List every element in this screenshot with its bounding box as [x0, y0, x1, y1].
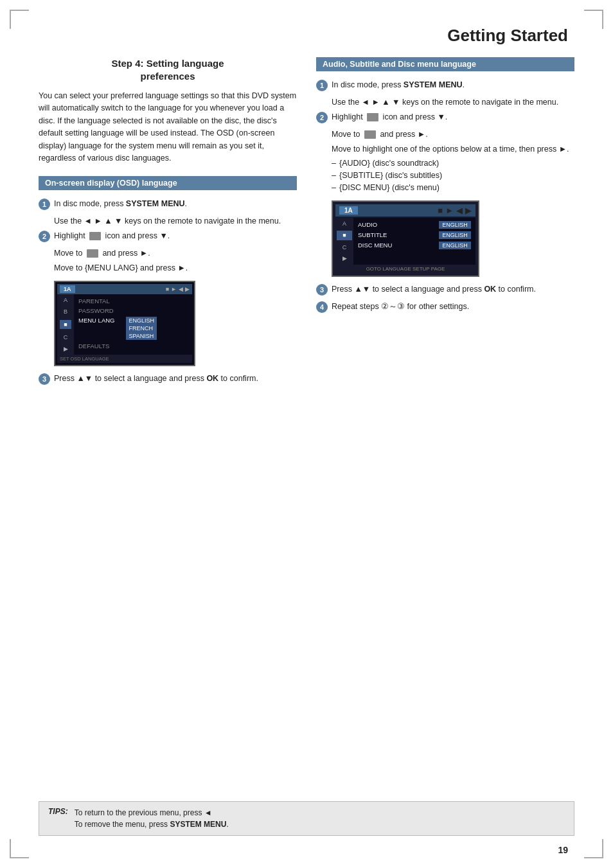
- bullet-audio: {AUDIO} (disc's soundtrack): [332, 157, 574, 170]
- sidebar-item-3: ▶: [342, 255, 347, 262]
- disc-screen-header: 1A ■ ► ◀ ▶: [335, 204, 475, 217]
- right-step-4-content: Repeat steps ②～③ for other settings.: [332, 301, 574, 313]
- left-step-3-content: Press ▲▼ to select a language and press …: [54, 373, 297, 385]
- sidebar-item-1: A: [342, 220, 346, 227]
- icon-placeholder-right2: [364, 130, 376, 139]
- osd-row-parental-label: PARENTAL: [78, 297, 110, 305]
- right-step-4-num: 4: [316, 301, 328, 313]
- corner-mark-bl: [10, 839, 29, 858]
- osd-icon-2: ►: [171, 286, 177, 292]
- right-step-3: 3 Press ▲▼ to select a language and pres…: [316, 283, 574, 296]
- left-step-2-content: Highlight icon and press ▼.: [54, 230, 297, 242]
- osd-header-icons: ■ ► ◀ ▶: [166, 286, 190, 292]
- intro-text: You can select your preferred language s…: [39, 90, 297, 164]
- left-column: Step 4: Setting language preferences You…: [39, 57, 297, 390]
- osd-screen-mockup: 1A ■ ► ◀ ▶ A B ■ C ▶: [54, 281, 195, 366]
- disc-icon-3: ◀: [456, 206, 463, 215]
- corner-mark-tl: [10, 10, 29, 29]
- osd-row-defaults: DEFAULTS: [77, 341, 189, 351]
- left-step-1: 1 In disc mode, press SYSTEM MENU.: [39, 198, 297, 210]
- osd-tab: 1A: [60, 285, 75, 293]
- osd-sidebar-icon-4: C: [64, 334, 68, 341]
- disc-icon-1: ■: [438, 206, 443, 215]
- tips-label: TIPS:: [48, 807, 68, 830]
- left-step-1-num: 1: [39, 199, 50, 210]
- left-step-1-content: In disc mode, press SYSTEM MENU.: [54, 198, 297, 210]
- left-step-2: 2 Highlight icon and press ▼.: [39, 230, 297, 242]
- disc-screen-body: A ■ C ▶ AUDIO ENGLISH SUBTITLE ENGLISH: [335, 218, 475, 265]
- left-step-2-num: 2: [39, 231, 50, 242]
- osd-body: A B ■ C ▶ PARENTAL PASSWORD: [57, 294, 192, 355]
- page-wrapper: Getting Started Step 4: Setting language…: [0, 0, 613, 868]
- left-section-heading: Step 4: Setting language preferences: [39, 57, 297, 82]
- right-step-1-sub: Use the ◄ ► ▲ ▼ keys on the remote to na…: [332, 96, 574, 109]
- osd-submenu: ENGLISH FRENCH SPANISH: [120, 317, 157, 340]
- right-step-1-content: In disc mode, press SYSTEM MENU.: [332, 79, 574, 91]
- left-step-2-move1: Move to and press ►.: [54, 247, 297, 260]
- disc-screen-list: AUDIO ENGLISH SUBTITLE ENGLISH DISC MENU…: [353, 218, 475, 265]
- right-step-2-num: 2: [316, 112, 328, 123]
- osd-sidebar-icon-5: ▶: [64, 346, 68, 352]
- osd-menu-list: PARENTAL PASSWORD MENU LANG ENGLISH FREN…: [74, 294, 192, 355]
- bullet-list: {AUDIO} (disc's soundtrack) {SUBTITLE} (…: [332, 157, 574, 193]
- corner-mark-br: [584, 839, 603, 858]
- osd-sub-english: ENGLISH: [126, 317, 157, 324]
- left-step-3-num: 3: [39, 373, 50, 385]
- disc-row-discmenu: DISC MENU ENGLISH: [356, 240, 473, 251]
- osd-sidebar-icon-1: A: [64, 297, 67, 303]
- icon-placeholder-left2: [87, 249, 98, 258]
- right-step-3-num: 3: [316, 284, 328, 296]
- osd-row-password-label: PASSWORD: [78, 307, 114, 314]
- right-step-2-move1: Move to and press ►.: [332, 128, 574, 141]
- tips-bar: TIPS: To return to the previous menu, pr…: [39, 801, 574, 836]
- right-step-2-content: Highlight icon and press ▼.: [332, 111, 574, 123]
- osd-icon-1: ■: [166, 286, 169, 292]
- icon-placeholder-right: [367, 113, 378, 121]
- osd-footer: SET OSD LANGUAGE: [57, 355, 192, 363]
- page-number: 19: [558, 845, 568, 855]
- left-step-3: 3 Press ▲▼ to select a language and pres…: [39, 373, 297, 385]
- icon-placeholder-left: [89, 232, 101, 240]
- osd-row-password: PASSWORD: [77, 306, 189, 315]
- osd-sub-french: FRENCH: [126, 324, 157, 332]
- disc-screen-icons: ■ ► ◀ ▶: [438, 206, 472, 215]
- right-step-2: 2 Highlight icon and press ▼.: [316, 111, 574, 123]
- osd-icon-4: ▶: [185, 286, 190, 292]
- bullet-discmenu: {DISC MENU} (disc's menu): [332, 182, 574, 194]
- osd-screen-header: 1A ■ ► ◀ ▶: [57, 284, 192, 294]
- sidebar-item-active: ■: [337, 231, 352, 240]
- right-step-1: 1 In disc mode, press SYSTEM MENU.: [316, 79, 574, 91]
- disc-icon-4: ▶: [465, 206, 472, 215]
- page-title: Getting Started: [39, 26, 574, 46]
- corner-mark-tr: [584, 10, 603, 29]
- osd-sidebar-icon-2: B: [64, 308, 67, 315]
- bullet-subtitle: {SUBTITLE} (disc's subtitles): [332, 170, 574, 182]
- disc-screen-tab: 1A: [339, 206, 358, 215]
- right-step-2-move2: Move to highlight one of the options bel…: [332, 143, 574, 155]
- right-step-4: 4 Repeat steps ②～③ for other settings.: [316, 301, 574, 313]
- content-columns: Step 4: Setting language preferences You…: [39, 57, 574, 390]
- disc-screen-mockup: 1A ■ ► ◀ ▶ A ■ C ▶: [332, 200, 479, 277]
- osd-row-menulang-label: MENU LANG: [78, 317, 114, 340]
- tips-content: To return to the previous menu, press ◄ …: [75, 807, 229, 830]
- right-column: Audio, Subtitle and Disc menu language 1…: [316, 57, 574, 318]
- disc-row-audio: AUDIO ENGLISH: [356, 220, 473, 230]
- left-step-1-sub: Use the ◄ ► ▲ ▼ keys on the remote to na…: [54, 215, 297, 227]
- right-step-1-num: 1: [316, 80, 328, 91]
- osd-row-parental: PARENTAL: [77, 296, 189, 306]
- sidebar-item-2: C: [342, 244, 347, 251]
- osd-row-menulang: MENU LANG ENGLISH FRENCH SPANISH: [77, 315, 189, 341]
- disc-screen-footer: GOTO LANGUAGE SETUP PAGE: [335, 265, 475, 273]
- osd-sidebar-icon-3-active: ■: [60, 320, 71, 329]
- osd-sub-spanish: SPANISH: [126, 332, 157, 340]
- tips-line2: To remove the menu, press SYSTEM MENU.: [75, 820, 229, 829]
- left-step-2-move2: Move to {MENU LANG} and press ►.: [54, 262, 297, 274]
- disc-screen-sidebar: A ■ C ▶: [335, 218, 353, 265]
- disc-row-subtitle: SUBTITLE ENGLISH: [356, 230, 473, 240]
- disc-icon-2: ►: [445, 206, 454, 215]
- right-step-3-content: Press ▲▼ to select a language and press …: [332, 283, 574, 296]
- osd-icon-3: ◀: [179, 286, 183, 292]
- osd-section-label: On-screen display (OSD) language: [39, 176, 297, 190]
- osd-row-defaults-label: DEFAULTS: [78, 342, 109, 350]
- osd-sidebar: A B ■ C ▶: [57, 294, 74, 355]
